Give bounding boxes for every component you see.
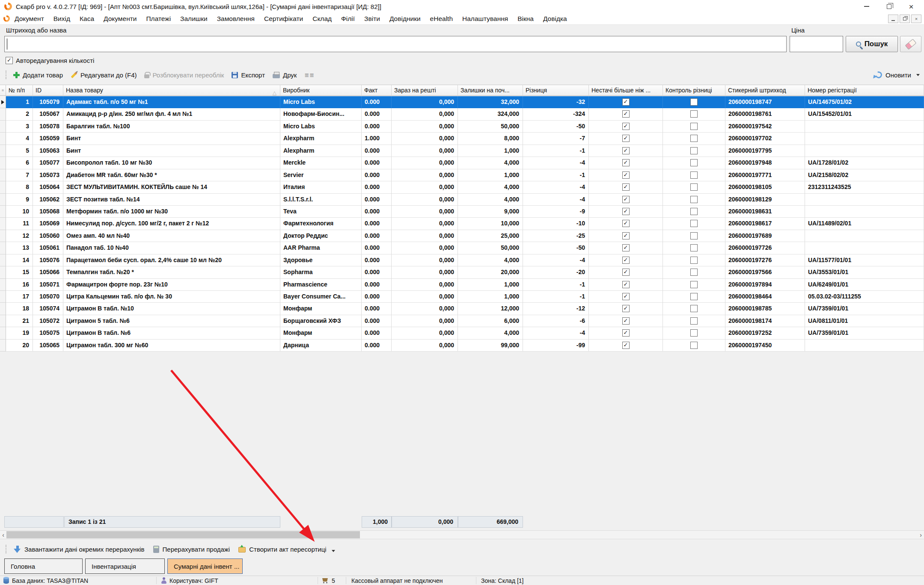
control-cell[interactable] — [663, 206, 725, 218]
bottom-toolbar-grip[interactable] — [6, 545, 6, 553]
mdi-minimize-button[interactable] — [888, 15, 898, 23]
n-cell[interactable]: 9 — [6, 194, 33, 206]
shortage-checkbox-checked[interactable]: ✓ — [622, 257, 630, 264]
reg-cell[interactable]: 2312311243525 — [805, 181, 924, 193]
menu-item-звіти[interactable]: Звіти — [359, 15, 385, 23]
n-cell[interactable]: 4 — [6, 133, 33, 145]
n-cell[interactable]: 19 — [6, 327, 33, 339]
diff-cell[interactable]: -50 — [523, 242, 589, 254]
name-cell[interactable]: Омез амп. 40 мл №40 — [63, 230, 280, 242]
n-cell[interactable]: 5 — [6, 145, 33, 157]
maker-cell[interactable]: Teva — [280, 206, 362, 218]
row-gutter-cell[interactable] — [0, 291, 6, 303]
control-checkbox-unchecked[interactable] — [690, 123, 698, 130]
shortage-cell[interactable]: ✓ — [589, 315, 663, 327]
row-gutter-cell[interactable] — [0, 230, 6, 242]
sticker-cell[interactable]: 2060000197948 — [725, 157, 805, 169]
now-cell[interactable]: 0,000 — [392, 96, 458, 108]
column-header-start[interactable]: Залишки на поч... — [458, 85, 523, 95]
shortage-cell[interactable]: ✓ — [589, 327, 663, 339]
shortage-cell[interactable]: ✓ — [589, 230, 663, 242]
shortage-cell[interactable]: ✓ — [589, 96, 663, 108]
diff-cell[interactable]: -1 — [523, 279, 589, 291]
control-checkbox-unchecked[interactable] — [690, 110, 698, 118]
fact-cell[interactable]: 0.000 — [362, 279, 392, 291]
table-row-3[interactable]: 3105078Баралгин табл. №100Micro Labs0.00… — [0, 121, 924, 133]
column-header-now[interactable]: Зараз на решті — [392, 85, 458, 95]
row-gutter-cell[interactable] — [0, 218, 6, 230]
shortage-checkbox-checked[interactable]: ✓ — [622, 329, 630, 337]
menu-item-платежі[interactable]: Платежі — [141, 15, 175, 23]
control-cell[interactable] — [663, 291, 725, 303]
id-cell[interactable]: 105063 — [33, 145, 63, 157]
control-cell[interactable] — [663, 145, 725, 157]
fact-cell[interactable]: 0.000 — [362, 157, 392, 169]
table-row-2[interactable]: 2105067Амикацид р-р д/ин. 250 мг/мл фл. … — [0, 108, 924, 120]
start-cell[interactable]: 50,000 — [458, 121, 523, 133]
fact-cell[interactable]: 0.000 — [362, 194, 392, 206]
control-cell[interactable] — [663, 194, 725, 206]
table-row-15[interactable]: 15105066Темпалгин табл. №20 *Sopharma0.0… — [0, 266, 924, 278]
name-cell[interactable]: ЗЕСТ МУЛЬТИВИТАМИН. КОКТЕЙЛЬ саше № 14 — [63, 181, 280, 193]
name-cell[interactable]: Фармацитрон форте пор. 23г №10 — [63, 279, 280, 291]
row-gutter-cell[interactable] — [0, 133, 6, 145]
table-row-20[interactable]: 20105065Цитрамон табл. 300 мг №60Дарница… — [0, 340, 924, 352]
sticker-cell[interactable]: 2060000198631 — [725, 206, 805, 218]
start-cell[interactable]: 1,000 — [458, 145, 523, 157]
now-cell[interactable]: 0,000 — [392, 340, 458, 352]
scroll-left-arrow[interactable]: ‹ — [0, 531, 6, 539]
n-cell[interactable]: 17 — [6, 291, 33, 303]
n-cell[interactable]: 15 — [6, 266, 33, 278]
diff-cell[interactable]: -4 — [523, 254, 589, 266]
sticker-cell[interactable]: 2060000198761 — [725, 108, 805, 120]
maker-cell[interactable]: Micro Labs — [280, 96, 362, 108]
barcode-input[interactable] — [4, 36, 787, 52]
maker-cell[interactable]: AAR Pharma — [280, 242, 362, 254]
reg-cell[interactable] — [805, 340, 924, 352]
row-gutter-cell[interactable] — [0, 279, 6, 291]
id-cell[interactable]: 105077 — [33, 157, 63, 169]
control-cell[interactable] — [663, 340, 725, 352]
table-row-16[interactable]: 16105071Фармацитрон форте пор. 23г №10Ph… — [0, 279, 924, 291]
shortage-checkbox-checked[interactable]: ✓ — [622, 98, 630, 106]
diff-cell[interactable]: -1 — [523, 145, 589, 157]
diff-cell[interactable]: -20 — [523, 266, 589, 278]
diff-cell[interactable]: -25 — [523, 230, 589, 242]
menu-item-довідники[interactable]: Довідники — [385, 15, 425, 23]
column-header-n[interactable]: № п/п — [6, 85, 33, 95]
shortage-cell[interactable]: ✓ — [589, 303, 663, 315]
fact-cell[interactable]: 0.000 — [362, 303, 392, 315]
menu-item-філії[interactable]: Філії — [336, 15, 359, 23]
table-row-10[interactable]: 10105068Метформин табл. п/о 1000 мг №30T… — [0, 206, 924, 218]
now-cell[interactable]: 0,000 — [392, 181, 458, 193]
start-cell[interactable]: 99,000 — [458, 340, 523, 352]
n-cell[interactable]: 18 — [6, 303, 33, 315]
row-gutter-cell[interactable] — [0, 327, 6, 339]
name-cell[interactable]: Бисопролол табл. 10 мг №30 — [63, 157, 280, 169]
start-cell[interactable]: 324,000 — [458, 108, 523, 120]
maker-cell[interactable]: Bayer Consumer Ca... — [280, 291, 362, 303]
table-row-13[interactable]: 13105061Панадол таб. 10 №40AAR Pharma0.0… — [0, 242, 924, 254]
id-cell[interactable]: 105068 — [33, 206, 63, 218]
diff-cell[interactable]: -12 — [523, 303, 589, 315]
id-cell[interactable]: 105062 — [33, 194, 63, 206]
table-row-5[interactable]: 5105063БинтAlexpharm0.0000,0001,000-1✓20… — [0, 145, 924, 157]
reg-cell[interactable]: UA/15452/01/01 — [805, 108, 924, 120]
control-checkbox-unchecked[interactable] — [690, 171, 698, 179]
table-row-21[interactable]: 21105072Цитрамон 5 табл. №6Борщаговский … — [0, 315, 924, 327]
n-cell[interactable]: 20 — [6, 340, 33, 352]
table-row-8[interactable]: 8105064ЗЕСТ МУЛЬТИВИТАМИН. КОКТЕЙЛЬ саше… — [0, 181, 924, 193]
maker-cell[interactable]: Монфарм — [280, 327, 362, 339]
name-cell[interactable]: Нимесулид пор. д/сусп. 100 мг/2 г, пакет… — [63, 218, 280, 230]
menu-item-налаштування[interactable]: Налаштування — [458, 15, 513, 23]
id-cell[interactable]: 105074 — [33, 303, 63, 315]
name-cell[interactable]: Бинт — [63, 133, 280, 145]
menu-item-довідка[interactable]: Довідка — [538, 15, 572, 23]
row-gutter-cell[interactable] — [0, 108, 6, 120]
menu-item-документи[interactable]: Документи — [99, 15, 141, 23]
now-cell[interactable]: 0,000 — [392, 242, 458, 254]
control-checkbox-unchecked[interactable] — [690, 329, 698, 337]
sticker-cell[interactable]: 2060000197726 — [725, 242, 805, 254]
toolbar-grip[interactable] — [6, 71, 6, 79]
id-cell[interactable]: 105073 — [33, 169, 63, 181]
